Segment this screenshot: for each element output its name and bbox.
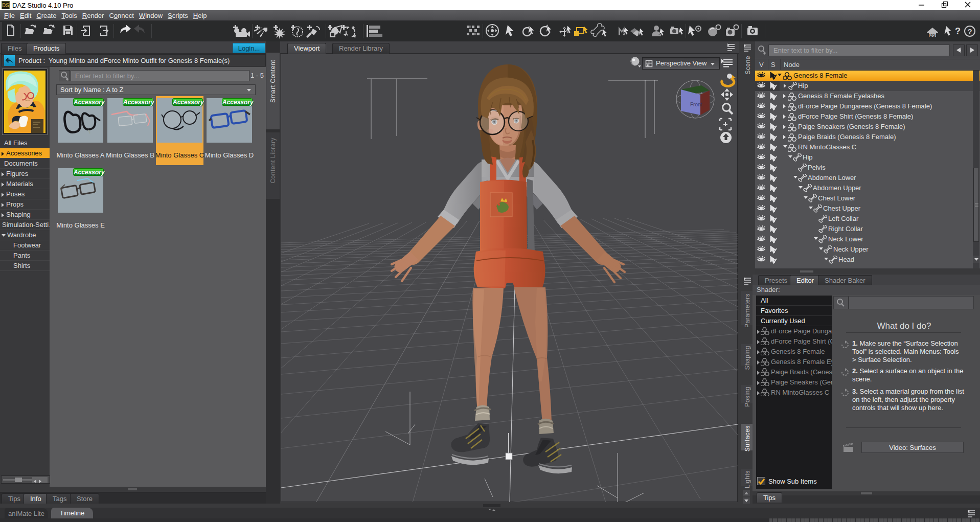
svg-text:Front: Front bbox=[690, 102, 702, 107]
svg-text:DS: DS bbox=[929, 33, 936, 38]
svg-text:?: ? bbox=[955, 26, 961, 36]
svg-text:DS: DS bbox=[2, 3, 9, 8]
svg-text:?: ? bbox=[967, 27, 972, 36]
